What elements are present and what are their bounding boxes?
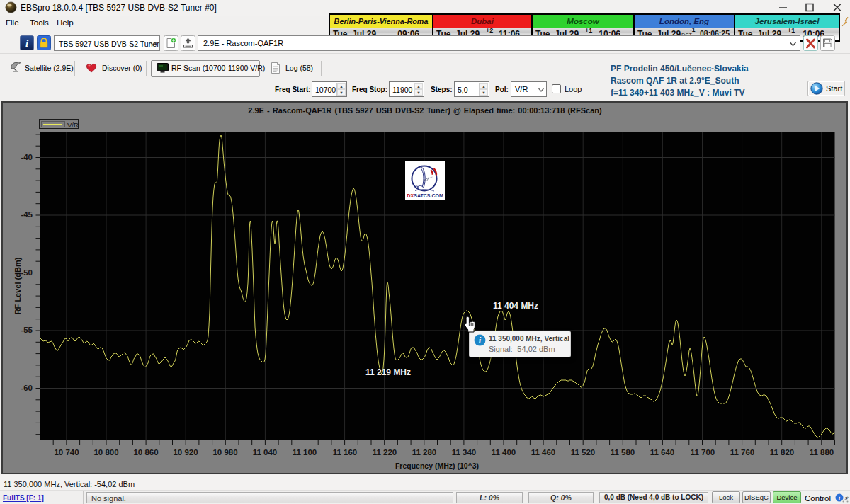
svg-text:i: i [479,336,482,345]
svg-text:DXSATCS.COM: DXSATCS.COM [407,193,443,198]
